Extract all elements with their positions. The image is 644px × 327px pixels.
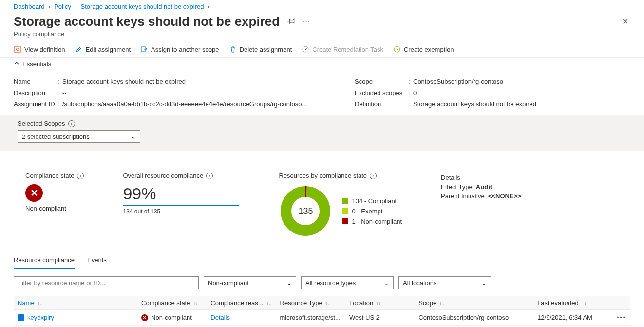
cstate-value: Non-compliant [25, 205, 84, 212]
exemption-button[interactable]: Create exemption [393, 45, 454, 53]
sort-icon: ↑↓ [325, 301, 330, 306]
filter-name-input[interactable] [14, 276, 199, 289]
ess-excl-value: 0 [413, 89, 630, 96]
more-icon[interactable]: ⋯ [303, 18, 309, 25]
cell-rtype: microsoft.storage/st... [276, 310, 346, 326]
legend-exempt-icon [342, 208, 348, 214]
breadcrumb: Dashboard › Policy › Storage account key… [0, 0, 644, 10]
selected-scopes-dropdown[interactable]: 2 selected subscriptions ⌄ [18, 130, 140, 143]
sort-icon: ↑↓ [38, 301, 42, 306]
filter-types-value: All resource types [305, 279, 356, 287]
close-button[interactable]: ✕ [620, 15, 630, 28]
info-icon[interactable]: i [370, 173, 377, 179]
pin-icon[interactable] [287, 17, 295, 26]
donut-total: 135 [279, 184, 332, 238]
col-location[interactable]: Location↑↓ [345, 296, 415, 310]
compliance-state-card: Compliance statei Non-compliant [25, 172, 84, 212]
cell-scope: ContosoSubscription/rg-contoso [415, 310, 533, 326]
filter-locations-value: All locations [403, 279, 436, 287]
cell-location: West US 2 [345, 310, 415, 326]
ess-desc-key: Description [14, 89, 57, 96]
box-icon [14, 45, 21, 53]
overall-compliance-card: Overall resource compliancei 99% 134 out… [123, 172, 240, 215]
legend-noncompliant-icon [342, 218, 348, 224]
table-row[interactable]: keyexpiry ✕Non-compliant Details microso… [14, 310, 630, 326]
cell-name[interactable]: keyexpiry [27, 314, 54, 321]
ess-name-key: Name [14, 78, 57, 85]
filter-types-dropdown[interactable]: All resource types⌄ [301, 276, 394, 289]
overall-label: Overall resource compliance [123, 172, 203, 179]
delete-assignment-button[interactable]: Delete assignment [229, 45, 292, 53]
ess-def-value: Storage account keys should not be expir… [413, 100, 630, 108]
subtitle: Policy compliance [0, 29, 644, 42]
view-definition-button[interactable]: View definition [14, 45, 65, 53]
assign-scope-button[interactable]: Assign to another scope [140, 45, 219, 53]
noncompliant-icon: ✕ [141, 314, 148, 321]
sort-icon: ↑↓ [439, 301, 444, 306]
ess-name-value: Storage account keys should not be expir… [62, 78, 335, 85]
chevron-down-icon: ⌄ [481, 279, 487, 287]
selected-scopes-value: 2 selected subscriptions [22, 133, 90, 140]
by-state-label: Resources by compliance state [279, 172, 367, 179]
cell-last: 12/9/2021, 6:34 AM [533, 310, 613, 326]
info-icon[interactable]: i [206, 173, 213, 179]
breadcrumb-dashboard[interactable]: Dashboard [14, 3, 45, 10]
details-card: Details Effect Type Audit Parent Initiat… [441, 172, 521, 202]
legend-noncompliant: 1 - Non-compliant [352, 218, 402, 225]
breadcrumb-policy[interactable]: Policy [54, 3, 71, 10]
chevron-right-icon: › [208, 3, 209, 10]
chevron-down-icon: ⌄ [384, 279, 389, 287]
exemption-label: Create exemption [404, 46, 454, 53]
trash-icon [229, 45, 237, 53]
by-state-card: Resources by compliance statei 135 134 -… [279, 172, 402, 238]
essentials-toggle[interactable]: Essentials [0, 58, 644, 71]
ess-scope-key: Scope [355, 78, 408, 85]
info-icon[interactable]: i [77, 173, 84, 179]
ess-desc-value: -- [62, 89, 335, 96]
row-more-button[interactable]: ••• [617, 314, 626, 321]
sort-icon: ↑↓ [193, 301, 198, 306]
col-creason[interactable]: Compliance reas...↑↓ [207, 296, 276, 310]
breadcrumb-assignment[interactable]: Storage account keys should not be expir… [80, 3, 204, 10]
donut-chart: 135 [279, 184, 332, 238]
legend-exempt: 0 - Exempt [352, 208, 382, 215]
col-last[interactable]: Last evaluated↑↓ [533, 296, 613, 310]
tab-resource-compliance[interactable]: Resource compliance [14, 252, 75, 269]
page-title: Storage account keys should not be expir… [14, 14, 280, 29]
svg-point-4 [394, 46, 400, 52]
ess-excl-key: Excluded scopes [355, 89, 408, 96]
toolbar: View definition Edit assignment Assign t… [0, 42, 644, 58]
cstate-label: Compliance state [25, 172, 74, 179]
col-name[interactable]: Name↑↓ [14, 296, 137, 310]
col-rtype[interactable]: Resource Type↑↓ [276, 296, 346, 310]
tab-events[interactable]: Events [87, 252, 107, 269]
info-icon[interactable]: i [68, 120, 75, 127]
filter-compliance-dropdown[interactable]: Non-compliant⌄ [204, 276, 296, 289]
cell-details-link[interactable]: Details [210, 314, 230, 321]
ess-def-key: Definition [355, 100, 408, 108]
pencil-icon [75, 45, 83, 53]
col-cstate[interactable]: Compliance state↑↓ [137, 296, 207, 310]
selected-scopes-label: Selected Scopes [18, 120, 65, 127]
parent-key: Parent Initiative [441, 192, 485, 200]
sort-icon: ↑↓ [582, 301, 587, 306]
sort-icon: ↑↓ [266, 301, 271, 306]
chart-icon [302, 45, 309, 53]
assign-scope-label: Assign to another scope [151, 46, 219, 53]
delete-assignment-label: Delete assignment [240, 46, 292, 53]
ess-aid-value: /subscriptions/aaaa0a0a-bb1b-cc2c-dd3d-e… [62, 100, 335, 108]
sort-icon: ↑↓ [376, 301, 381, 306]
legend-compliant: 134 - Compliant [352, 197, 397, 205]
noncompliant-icon [25, 184, 43, 202]
edit-assignment-button[interactable]: Edit assignment [75, 45, 131, 53]
cell-cstate: Non-compliant [151, 314, 192, 321]
chevron-right-icon: › [75, 3, 77, 10]
ess-scope-value: ContosoSubscription/rg-contoso [413, 78, 630, 85]
check-icon [393, 45, 401, 53]
effect-value: Audit [476, 183, 492, 191]
col-scope[interactable]: Scope↑↓ [415, 296, 533, 310]
svg-rect-0 [15, 46, 20, 52]
edit-assignment-label: Edit assignment [86, 46, 131, 53]
filter-locations-dropdown[interactable]: All locations⌄ [398, 276, 491, 289]
chevron-up-icon [14, 60, 19, 68]
